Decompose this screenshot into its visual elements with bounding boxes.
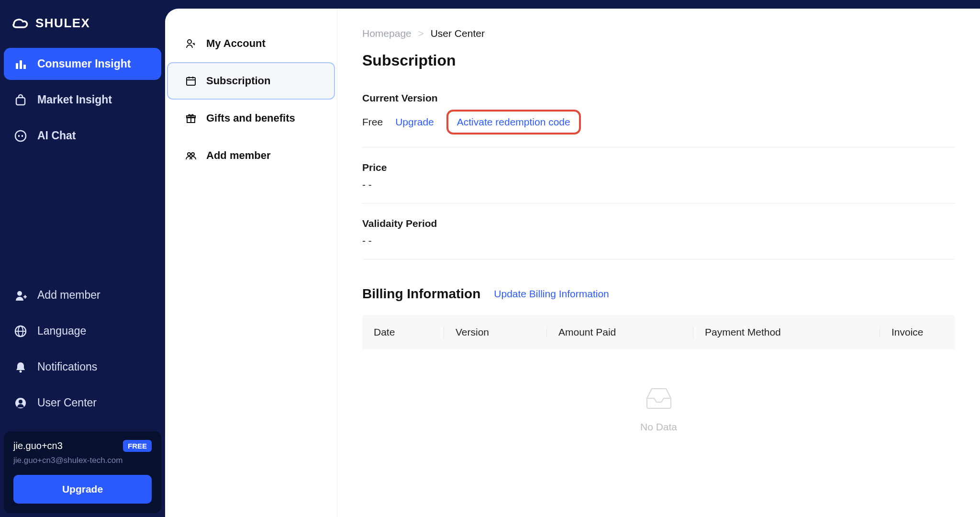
breadcrumb-home[interactable]: Homepage bbox=[362, 28, 412, 39]
th-payment: Payment Method bbox=[693, 326, 880, 338]
users-icon bbox=[185, 150, 197, 161]
svg-rect-6 bbox=[22, 135, 23, 137]
svg-rect-1 bbox=[20, 60, 22, 69]
breadcrumb-sep: > bbox=[418, 28, 424, 39]
nav-label: Notifications bbox=[37, 360, 97, 373]
svg-point-11 bbox=[20, 370, 22, 372]
billing-title: Billing Information bbox=[362, 286, 480, 302]
subnav-my-account[interactable]: My Account bbox=[165, 25, 337, 62]
current-version-section: Current Version Free Upgrade Activate re… bbox=[362, 92, 955, 147]
nav-consumer-insight[interactable]: Consumer Insight bbox=[4, 48, 161, 80]
nav-notifications[interactable]: Notifications bbox=[4, 351, 161, 383]
subnav-gifts[interactable]: Gifts and benefits bbox=[165, 100, 337, 137]
empty-text: No Data bbox=[640, 421, 677, 433]
svg-rect-0 bbox=[16, 63, 18, 69]
brand-logo: SHULEX bbox=[0, 14, 165, 48]
nav-user-center[interactable]: User Center bbox=[4, 387, 161, 419]
subnav-subscription[interactable]: Subscription bbox=[167, 62, 335, 100]
page-title: Subscription bbox=[362, 52, 955, 69]
brand-name: SHULEX bbox=[35, 16, 90, 31]
nav-market-insight[interactable]: Market Insight bbox=[4, 84, 161, 116]
svg-point-23 bbox=[191, 153, 194, 156]
nav-bottom: Add member Language Notifications User C… bbox=[0, 279, 165, 427]
inbox-icon bbox=[642, 384, 676, 411]
bell-icon bbox=[14, 361, 27, 373]
validity-value: - - bbox=[362, 235, 955, 247]
svg-point-4 bbox=[15, 131, 26, 141]
calendar-icon bbox=[185, 75, 197, 87]
user-plus-icon bbox=[14, 289, 27, 302]
billing-header: Billing Information Update Billing Infor… bbox=[362, 286, 955, 302]
svg-rect-3 bbox=[16, 98, 25, 105]
validity-section: Validaity Period - - bbox=[362, 218, 955, 259]
bar-chart-icon bbox=[14, 58, 27, 70]
svg-rect-2 bbox=[23, 65, 26, 69]
subnav-label: My Account bbox=[206, 37, 266, 50]
nav-top: Consumer Insight Market Insight AI Chat bbox=[0, 48, 165, 156]
user-card: jie.guo+cn3 FREE jie.guo+cn3@shulex-tech… bbox=[4, 431, 161, 513]
current-version-value: Free bbox=[362, 116, 383, 128]
update-billing-link[interactable]: Update Billing Information bbox=[494, 288, 609, 300]
nav-language[interactable]: Language bbox=[4, 315, 161, 347]
bag-icon bbox=[14, 94, 27, 106]
th-amount: Amount Paid bbox=[546, 326, 693, 338]
svg-point-13 bbox=[19, 400, 22, 404]
activate-code-highlight: Activate redemption code bbox=[446, 110, 581, 135]
breadcrumb-current: User Center bbox=[431, 28, 485, 39]
nav-label: AI Chat bbox=[37, 129, 76, 142]
nav-label: Consumer Insight bbox=[37, 57, 131, 70]
plan-badge: FREE bbox=[123, 440, 152, 452]
secondary-sidebar: My Account Subscription Gifts and benefi… bbox=[165, 9, 337, 517]
svg-point-14 bbox=[188, 40, 191, 44]
subnav-label: Gifts and benefits bbox=[206, 112, 295, 124]
subnav-label: Subscription bbox=[206, 75, 270, 87]
nav-label: Market Insight bbox=[37, 93, 112, 106]
price-label: Price bbox=[362, 162, 955, 173]
nav-ai-chat[interactable]: AI Chat bbox=[4, 120, 161, 152]
billing-table-head: Date Version Amount Paid Payment Method … bbox=[362, 315, 955, 349]
th-date: Date bbox=[362, 326, 444, 338]
user-circle-icon bbox=[14, 397, 27, 409]
svg-rect-5 bbox=[18, 135, 20, 137]
user-edit-icon bbox=[185, 38, 197, 49]
activate-code-link[interactable]: Activate redemption code bbox=[457, 116, 570, 127]
chat-icon bbox=[14, 130, 27, 142]
th-invoice: Invoice bbox=[880, 326, 955, 338]
subnav-add-member[interactable]: Add member bbox=[165, 137, 337, 174]
gift-icon bbox=[185, 112, 197, 124]
th-version: Version bbox=[444, 326, 546, 338]
nav-label: Language bbox=[37, 325, 86, 337]
primary-sidebar: SHULEX Consumer Insight Market Insight A… bbox=[0, 0, 165, 517]
svg-point-7 bbox=[17, 291, 22, 296]
svg-point-22 bbox=[188, 153, 190, 156]
upgrade-button[interactable]: Upgrade bbox=[13, 475, 152, 504]
logo-icon bbox=[11, 14, 29, 32]
user-email: jie.guo+cn3@shulex-tech.com bbox=[13, 456, 152, 465]
price-value: - - bbox=[362, 179, 955, 191]
globe-icon bbox=[14, 325, 27, 337]
nav-label: User Center bbox=[37, 396, 97, 409]
current-version-label: Current Version bbox=[362, 92, 955, 104]
svg-rect-15 bbox=[187, 78, 195, 85]
main-panel: Homepage > User Center Subscription Curr… bbox=[337, 9, 980, 517]
breadcrumb: Homepage > User Center bbox=[362, 28, 955, 39]
subnav-label: Add member bbox=[206, 149, 270, 162]
user-name: jie.guo+cn3 bbox=[13, 440, 63, 451]
nav-label: Add member bbox=[37, 289, 100, 302]
price-section: Price - - bbox=[362, 162, 955, 203]
table-empty-state: No Data bbox=[362, 349, 955, 467]
nav-add-member[interactable]: Add member bbox=[4, 279, 161, 311]
validity-label: Validaity Period bbox=[362, 218, 955, 229]
upgrade-link[interactable]: Upgrade bbox=[395, 116, 434, 128]
